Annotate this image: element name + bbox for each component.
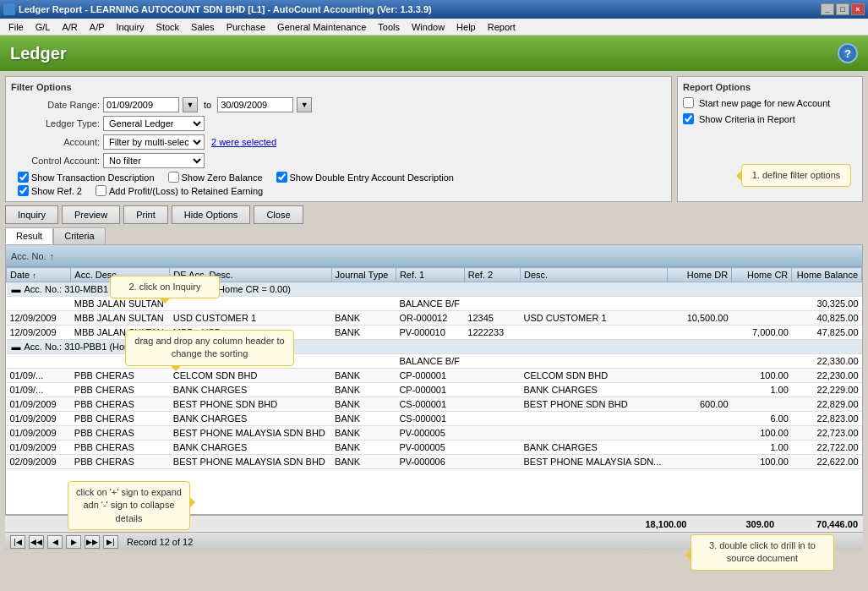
add-profit-label: Add Profit/(Loss) to Retained Earning xyxy=(109,186,263,196)
nav-prev-page-button[interactable]: ◀◀ xyxy=(29,535,44,549)
menu-purchase[interactable]: Purchase xyxy=(221,20,270,34)
menu-sales[interactable]: Sales xyxy=(186,20,220,34)
col-journal-type[interactable]: Journal Type xyxy=(331,268,396,282)
account-filter-select[interactable]: Filter by multi-select xyxy=(103,134,205,150)
callout-expand-collapse: click on '+' sign to expand adn '-' sign… xyxy=(68,481,190,530)
col-home-dr[interactable]: Home DR xyxy=(667,268,731,282)
menu-window[interactable]: Window xyxy=(407,20,450,34)
show-criteria-checkbox[interactable]: Show Criteria in Report xyxy=(683,113,857,124)
nav-record-info: Record 12 of 12 xyxy=(127,537,193,547)
callout-define-filter: 1. define filter options xyxy=(741,164,851,187)
account-label: Account: xyxy=(11,137,100,147)
filter-panel-title: Filter Options xyxy=(11,82,666,92)
menu-bar: File G/L A/R A/P Inquiry Stock Sales Pur… xyxy=(0,19,868,36)
date-to-input[interactable] xyxy=(217,97,293,112)
close-button-action[interactable]: Close xyxy=(254,205,303,224)
app-title: Ledger xyxy=(10,44,67,63)
report-options-title: Report Options xyxy=(683,82,857,92)
date-to-separator: to xyxy=(204,100,211,110)
sort-arrow: ↑ xyxy=(50,251,55,261)
nav-prev-button[interactable]: ◀ xyxy=(47,535,63,549)
action-buttons-bar: Inquiry Preview Print Hide Options Close xyxy=(5,205,863,224)
account-selected-link[interactable]: 2 were selected xyxy=(211,137,276,147)
menu-help[interactable]: Help xyxy=(451,20,481,34)
help-button[interactable]: ? xyxy=(838,43,858,63)
callout-double-click: 3. double click to drill in to source do… xyxy=(691,534,834,571)
tab-criteria[interactable]: Criteria xyxy=(53,227,105,244)
print-button[interactable]: Print xyxy=(123,205,168,224)
show-trans-checkbox[interactable]: Show Transaction Description xyxy=(18,172,155,183)
nav-first-button[interactable]: |◀ xyxy=(10,535,25,549)
preview-button[interactable]: Preview xyxy=(62,205,120,224)
new-page-label: Start new page for new Account xyxy=(699,98,830,108)
ledger-type-select[interactable]: General Ledger xyxy=(103,116,205,131)
col-home-balance[interactable]: Home Balance xyxy=(792,268,862,282)
tabs-bar: Result Criteria xyxy=(5,227,863,244)
table-row[interactable]: 02/09/2009PBB CHERASBEST PHONE MALAYSIA … xyxy=(7,455,862,469)
footer-home-dr: 18,100.00 xyxy=(645,519,686,529)
hide-options-button[interactable]: Hide Options xyxy=(172,205,251,224)
show-ref2-checkbox[interactable]: Show Ref. 2 xyxy=(18,185,82,196)
date-to-picker[interactable]: ▼ xyxy=(297,97,312,112)
app-icon xyxy=(3,3,15,15)
callout-click-inquiry: 2. click on Inquiry xyxy=(110,276,220,298)
table-row[interactable]: 01/09/...PBB CHERASCELCOM SDN BHDBANKCP-… xyxy=(7,369,862,383)
filter-panel: Filter Options Date Range: ▼ to ▼ Ledger… xyxy=(5,76,672,202)
new-page-checkbox[interactable]: Start new page for new Account xyxy=(683,97,857,108)
table-row[interactable]: MBB JALAN SULTANBALANCE B/F30,325.00 xyxy=(7,297,862,311)
nav-next-button[interactable]: ▶ xyxy=(66,535,81,549)
ledger-type-label: Ledger Type: xyxy=(11,118,100,129)
col-date[interactable]: Date ↑ xyxy=(7,268,71,282)
add-profit-checkbox[interactable]: Add Profit/(Loss) to Retained Earning xyxy=(96,185,263,196)
date-from-picker[interactable]: ▼ xyxy=(183,97,198,112)
table-row[interactable]: 12/09/2009MBB JALAN SULTANUSD CUSTOMER 1… xyxy=(7,311,862,326)
date-from-input[interactable] xyxy=(103,97,179,112)
show-double-label: Show Double Entry Account Description xyxy=(290,172,454,183)
table-row[interactable]: 01/09/2009PBB CHERASBANK CHARGESBANKCS-0… xyxy=(7,412,862,426)
show-criteria-label: Show Criteria in Report xyxy=(699,114,795,124)
app-header: Ledger ? xyxy=(0,36,868,71)
sort-column: Acc. No. xyxy=(11,251,46,261)
control-account-label: Control Account: xyxy=(11,156,100,166)
maximize-button[interactable]: □ xyxy=(836,3,849,15)
menu-report[interactable]: Report xyxy=(483,20,521,34)
col-desc[interactable]: Desc. xyxy=(520,268,667,282)
table-row[interactable]: 01/09/2009PBB CHERASBEST PHONE SDN BHDBA… xyxy=(7,397,862,412)
menu-ap[interactable]: A/P xyxy=(85,20,110,34)
date-range-label: Date Range: xyxy=(11,100,100,110)
title-bar: Ledger Report - LEARNING AUTOCOUNT SDN B… xyxy=(0,0,868,19)
nav-last-button[interactable]: ▶| xyxy=(103,535,118,549)
show-double-checkbox[interactable]: Show Double Entry Account Description xyxy=(276,172,454,183)
sort-header-bar: Acc. No. ↑ xyxy=(6,245,862,267)
menu-general-maintenance[interactable]: General Maintenance xyxy=(272,20,371,34)
menu-ar[interactable]: A/R xyxy=(57,20,82,34)
col-ref1[interactable]: Ref. 1 xyxy=(396,268,464,282)
menu-inquiry[interactable]: Inquiry xyxy=(112,20,150,34)
footer-home-balance: 70,446.00 xyxy=(816,519,858,529)
col-ref2[interactable]: Ref. 2 xyxy=(464,268,520,282)
close-button[interactable]: × xyxy=(851,3,865,15)
nav-next-page-button[interactable]: ▶▶ xyxy=(85,535,100,549)
minimize-button[interactable]: _ xyxy=(821,3,834,15)
tab-result[interactable]: Result xyxy=(5,227,53,244)
menu-tools[interactable]: Tools xyxy=(373,20,405,34)
footer-home-cr: 309.00 xyxy=(745,519,774,529)
menu-gl[interactable]: G/L xyxy=(30,20,56,34)
callout-drag-sort: drag and drop any column header to chang… xyxy=(125,330,294,366)
show-zero-label: Show Zero Balance xyxy=(182,172,263,183)
menu-stock[interactable]: Stock xyxy=(151,20,185,34)
options-row: Filter Options Date Range: ▼ to ▼ Ledger… xyxy=(5,76,863,202)
col-home-cr[interactable]: Home CR xyxy=(732,268,792,282)
table-row[interactable]: 01/09/2009PBB CHERASBANK CHARGESBANKPV-0… xyxy=(7,441,862,455)
show-trans-label: Show Transaction Description xyxy=(31,172,155,183)
main-content: Filter Options Date Range: ▼ to ▼ Ledger… xyxy=(0,71,868,591)
table-row[interactable]: 01/09/...PBB CHERASBANK CHARGESBANKCP-00… xyxy=(7,383,862,397)
inquiry-button[interactable]: Inquiry xyxy=(5,205,58,224)
control-account-select[interactable]: No filter xyxy=(103,153,205,168)
show-zero-checkbox[interactable]: Show Zero Balance xyxy=(168,172,263,183)
table-row[interactable]: 01/09/2009PBB CHERASBEST PHONE MALAYSIA … xyxy=(7,426,862,441)
show-ref2-label: Show Ref. 2 xyxy=(31,186,82,196)
app-window: Ledger Report - LEARNING AUTOCOUNT SDN B… xyxy=(0,0,868,591)
menu-file[interactable]: File xyxy=(3,20,29,34)
window-controls: _ □ × xyxy=(821,3,865,15)
